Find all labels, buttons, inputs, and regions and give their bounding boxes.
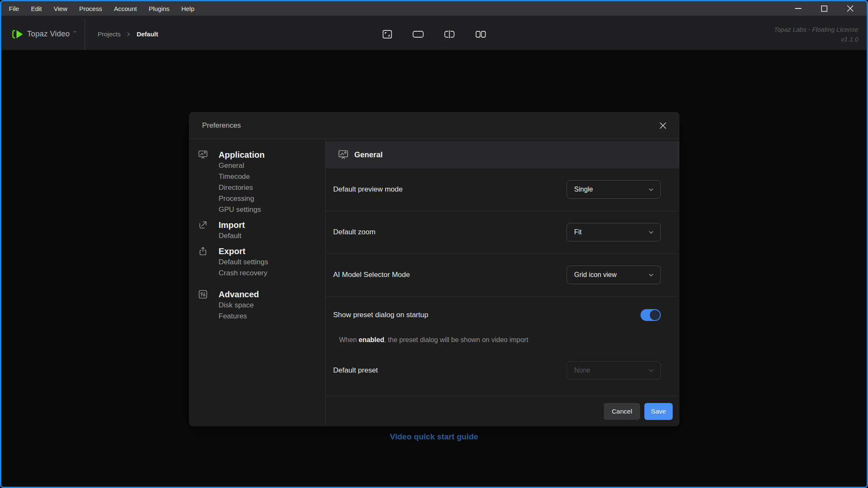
default-preset-select: None: [567, 361, 661, 380]
license-info: Topaz Labs - Floating License v1.1.0: [774, 25, 867, 44]
app-header: Topaz Video ™ Projects Default: [1, 16, 867, 50]
close-icon[interactable]: [846, 5, 854, 12]
breadcrumb-default[interactable]: Default: [137, 30, 158, 38]
preferences-dialog: Preferences: [189, 112, 679, 426]
show-preset-dialog-toggle[interactable]: [641, 309, 661, 321]
save-button[interactable]: Save: [644, 403, 673, 420]
chevron-right-icon: [126, 31, 131, 37]
sidebar-section-label: Application: [219, 150, 265, 160]
default-zoom-select[interactable]: Fit: [567, 223, 661, 241]
application-icon: [198, 150, 208, 160]
breadcrumb-projects[interactable]: Projects: [98, 30, 120, 38]
breadcrumb: Projects Default: [98, 30, 158, 38]
section-title: General: [354, 151, 383, 159]
brand-trademark: ™: [73, 30, 76, 34]
sidebar-section-label: Advanced: [219, 290, 259, 299]
row-show-preset-dialog: Show preset dialog on startup: [326, 296, 679, 334]
row-default-zoom: Default zoom Fit: [326, 211, 679, 254]
cancel-button[interactable]: Cancel: [604, 403, 640, 420]
side-by-side-view-icon[interactable]: [475, 29, 487, 39]
preview-mode-toolbar: [382, 29, 487, 39]
sidebar-item-timecode[interactable]: Timecode: [219, 171, 325, 182]
sidebar-items: General Timecode Directories Processing …: [219, 160, 325, 215]
minimize-icon[interactable]: [794, 5, 802, 12]
chevron-down-icon: [648, 367, 654, 374]
license-name: Topaz Labs - Floating License: [774, 25, 858, 34]
select-value: Grid icon view: [574, 271, 616, 279]
advanced-icon: [198, 289, 208, 299]
app-window: File Edit View Process Account Plugins H…: [0, 0, 868, 488]
ai-model-selector-mode-select[interactable]: Grid icon view: [567, 266, 661, 284]
dialog-close-icon[interactable]: [657, 120, 668, 131]
sidebar-item-directories[interactable]: Directories: [219, 182, 325, 193]
menu-edit[interactable]: Edit: [25, 5, 48, 12]
sidebar-items: Disk space Features: [219, 300, 325, 322]
menu-bar: File Edit View Process Account Plugins H…: [1, 1, 867, 16]
chevron-down-icon: [648, 271, 654, 278]
sidebar-section-label: Export: [219, 247, 245, 256]
dialog-title: Preferences: [202, 121, 241, 130]
sidebar-item-processing[interactable]: Processing: [219, 193, 325, 204]
split-view-icon[interactable]: [444, 29, 455, 39]
sidebar-item-crash-recovery[interactable]: Crash recovery: [219, 268, 325, 279]
sidebar-section-import: Import Default: [198, 219, 325, 241]
sidebar-items: Default: [219, 230, 325, 241]
select-value: Single: [574, 186, 593, 193]
brand-name: Topaz Video: [27, 30, 70, 38]
window-controls: [794, 5, 867, 12]
row-label: Default zoom: [333, 228, 375, 236]
sidebar-item-advanced[interactable]: Advanced: [198, 289, 325, 300]
export-icon: [198, 246, 208, 256]
topaz-logo-icon: [11, 29, 24, 40]
sidebar-items: Default settings Crash recovery: [219, 257, 325, 279]
menu-help[interactable]: Help: [175, 5, 200, 12]
row-ai-model-selector-mode: AI Model Selector Mode Grid icon view: [326, 254, 679, 296]
row-default-preview-mode: Default preview mode Single: [326, 168, 679, 211]
menu-view[interactable]: View: [48, 5, 73, 12]
menu-process[interactable]: Process: [73, 5, 108, 12]
preferences-sidebar: Application General Timecode Directories…: [189, 139, 326, 426]
sidebar-item-import[interactable]: Import: [198, 219, 325, 230]
menu-account[interactable]: Account: [108, 5, 142, 12]
toggle-help-text: When enabled, the preset dialog will be …: [339, 335, 679, 345]
preferences-content: General Default preview mode Single Defa…: [326, 139, 679, 426]
dialog-body: Application General Timecode Directories…: [189, 139, 679, 426]
sidebar-item-import-default[interactable]: Default: [219, 230, 325, 241]
license-version: v1.1.0: [774, 34, 858, 44]
single-view-icon[interactable]: [412, 29, 424, 39]
sidebar-item-features[interactable]: Features: [219, 311, 325, 322]
workspace: Preferences: [1, 50, 867, 487]
chevron-down-icon: [648, 186, 654, 193]
select-value: Fit: [574, 228, 582, 236]
menu-file[interactable]: File: [3, 5, 25, 12]
sidebar-section-label: Import: [219, 220, 245, 230]
row-label: Default preview mode: [333, 185, 403, 194]
chevron-down-icon: [648, 229, 654, 236]
section-header-general: General: [326, 141, 679, 168]
sidebar-item-export[interactable]: Export: [198, 246, 325, 257]
preset-settings-group: Show preset dialog on startup When enabl…: [326, 296, 679, 396]
quick-start-link[interactable]: Video quick start guide: [1, 432, 867, 441]
toggle-knob: [650, 310, 660, 320]
general-section-icon: [338, 149, 349, 160]
sidebar-section-advanced: Advanced Disk space Features: [198, 289, 325, 322]
dialog-titlebar: Preferences: [189, 112, 679, 139]
original-preview-icon[interactable]: [382, 29, 393, 39]
import-icon: [198, 220, 208, 230]
row-label: Show preset dialog on startup: [333, 311, 428, 319]
row-label: Default preset: [333, 366, 378, 375]
sidebar-item-disk-space[interactable]: Disk space: [219, 300, 325, 311]
row-default-preset: Default preset None: [326, 345, 679, 396]
sidebar-section-application: Application General Timecode Directories…: [198, 149, 325, 215]
row-label: AI Model Selector Mode: [333, 271, 410, 279]
sidebar-item-application[interactable]: Application: [198, 149, 325, 160]
sidebar-item-general[interactable]: General: [219, 160, 325, 171]
sidebar-item-default-settings[interactable]: Default settings: [219, 257, 325, 268]
maximize-icon[interactable]: [821, 5, 828, 12]
default-preview-mode-select[interactable]: Single: [567, 180, 661, 199]
dialog-footer: Cancel Save: [326, 396, 679, 426]
brand: Topaz Video ™: [1, 18, 85, 50]
sidebar-item-gpu-settings[interactable]: GPU settings: [219, 204, 325, 215]
menu-plugins[interactable]: Plugins: [143, 5, 175, 12]
select-value: None: [574, 367, 590, 374]
